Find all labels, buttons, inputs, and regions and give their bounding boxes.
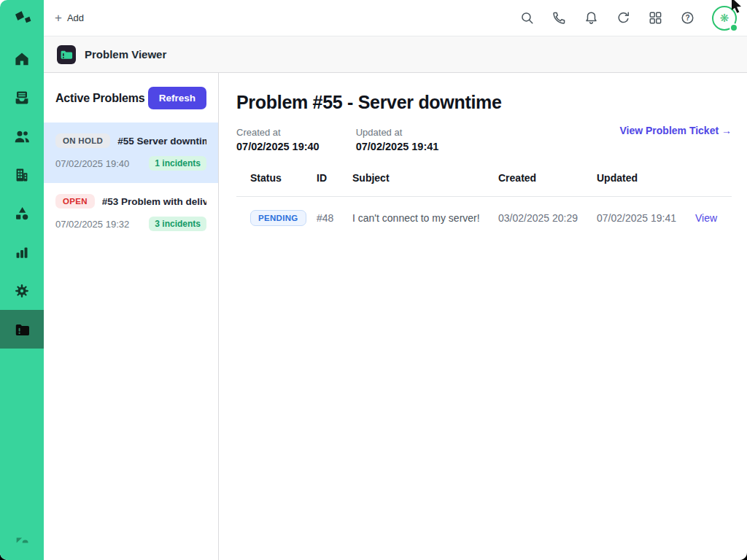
status-badge: ON HOLD xyxy=(55,133,110,148)
panel-title: Active Problems xyxy=(55,92,144,105)
talk-button[interactable] xyxy=(550,9,568,27)
view-problem-ticket-link[interactable]: View Problem Ticket → xyxy=(619,125,732,136)
top-bar: + Add xyxy=(44,0,747,36)
column-header-status: Status xyxy=(236,169,317,197)
zendesk-logo-icon xyxy=(0,519,44,560)
problem-date: 07/02/2025 19:32 xyxy=(55,219,129,230)
problem-title: #55 Server downtime xyxy=(117,136,206,147)
column-header-action xyxy=(695,169,732,197)
problem-list-item-55[interactable]: ON HOLD #55 Server downtime 07/02/2025 1… xyxy=(44,122,218,183)
sidebar-item-customers[interactable] xyxy=(0,117,44,155)
notifications-button[interactable] xyxy=(582,9,600,27)
problem-meta: Created at 07/02/2025 19:40 Updated at 0… xyxy=(236,127,732,152)
sidebar-item-admin[interactable] xyxy=(0,271,44,310)
add-button[interactable]: + Add xyxy=(55,12,84,24)
shapes-icon xyxy=(13,205,31,222)
product-tray-button[interactable] xyxy=(646,9,664,27)
column-header-created: Created xyxy=(498,169,597,197)
sidebar-item-organizations[interactable] xyxy=(0,155,44,194)
app-window: + Add xyxy=(0,0,747,560)
search-icon xyxy=(519,10,535,26)
incidents-count-badge: 1 incidents xyxy=(149,156,206,171)
created-at-value: 07/02/2025 19:40 xyxy=(236,141,320,152)
column-header-updated: Updated xyxy=(597,169,695,197)
updated-at-label: Updated at xyxy=(356,127,439,138)
incidents-table: Status ID Subject Created Updated PENDIN… xyxy=(236,169,732,239)
avatar-logo-icon: ❋ xyxy=(720,12,729,23)
refresh-icon xyxy=(616,10,631,26)
search-button[interactable] xyxy=(518,9,535,27)
incident-updated: 07/02/2025 19:41 xyxy=(597,197,695,240)
column-header-id: ID xyxy=(317,169,352,197)
folder-alert-icon xyxy=(13,321,31,338)
status-badge: OPEN xyxy=(55,194,95,209)
view-incident-link[interactable]: View xyxy=(695,212,717,224)
online-status-dot xyxy=(729,23,738,32)
incident-subject: I can't connect to my server! xyxy=(352,197,498,240)
svg-text:?: ? xyxy=(685,14,689,22)
app-title: Problem Viewer xyxy=(85,48,166,61)
problem-date: 07/02/2025 19:40 xyxy=(55,158,129,169)
active-problems-panel: Active Problems Refresh ON HOLD #55 Serv… xyxy=(44,73,219,560)
sidebar-item-reporting[interactable] xyxy=(0,233,44,271)
problem-title: #53 Problem with deliv... xyxy=(102,196,206,207)
topbar-icon-group: ? ❋ xyxy=(518,6,737,31)
incident-id: #48 xyxy=(317,197,352,240)
bell-icon xyxy=(584,10,599,26)
created-at-label: Created at xyxy=(236,127,320,138)
user-avatar[interactable]: ❋ xyxy=(712,6,737,31)
main-column: + Add xyxy=(44,0,747,560)
help-button[interactable]: ? xyxy=(678,9,696,27)
incident-created: 03/02/2025 20:29 xyxy=(498,197,597,240)
updated-at-value: 07/02/2025 19:41 xyxy=(356,141,439,152)
incidents-count-badge: 3 incidents xyxy=(149,217,206,231)
problem-list-item-53[interactable]: OPEN #53 Problem with deliv... 07/02/202… xyxy=(44,183,218,244)
refresh-button[interactable] xyxy=(614,9,632,27)
global-navigation-rail xyxy=(0,0,44,560)
incident-status-badge: PENDING xyxy=(250,210,306,226)
gear-icon xyxy=(13,282,31,300)
home-icon xyxy=(13,50,31,68)
sidebar-item-problem-viewer-app[interactable] xyxy=(0,310,44,349)
sidebar-item-objects[interactable] xyxy=(0,194,44,233)
content-area: Active Problems Refresh ON HOLD #55 Serv… xyxy=(44,73,747,560)
refresh-problems-button[interactable]: Refresh xyxy=(148,87,206,109)
app-header: Problem Viewer xyxy=(44,36,747,73)
problem-detail-title: Problem #55 - Server downtime xyxy=(236,92,732,113)
add-button-label: Add xyxy=(67,12,84,23)
incident-row-48: PENDING #48 I can't connect to my server… xyxy=(236,197,732,240)
panel-header: Active Problems Refresh xyxy=(44,73,218,122)
problem-viewer-app-icon xyxy=(57,45,76,64)
zendesk-brandmark-icon xyxy=(0,0,44,38)
plus-icon: + xyxy=(55,12,62,24)
organization-icon xyxy=(13,166,31,184)
views-icon xyxy=(13,89,31,106)
column-header-subject: Subject xyxy=(352,169,498,197)
grid-icon xyxy=(648,10,663,26)
help-icon: ? xyxy=(680,10,695,26)
sidebar-item-home[interactable] xyxy=(0,39,44,78)
customers-icon xyxy=(13,128,31,145)
bar-chart-icon xyxy=(13,244,31,261)
phone-icon xyxy=(551,10,567,26)
problem-detail-pane: Problem #55 - Server downtime Created at… xyxy=(219,73,747,560)
sidebar-item-views[interactable] xyxy=(0,78,44,117)
incidents-table-header-row: Status ID Subject Created Updated xyxy=(236,169,732,197)
